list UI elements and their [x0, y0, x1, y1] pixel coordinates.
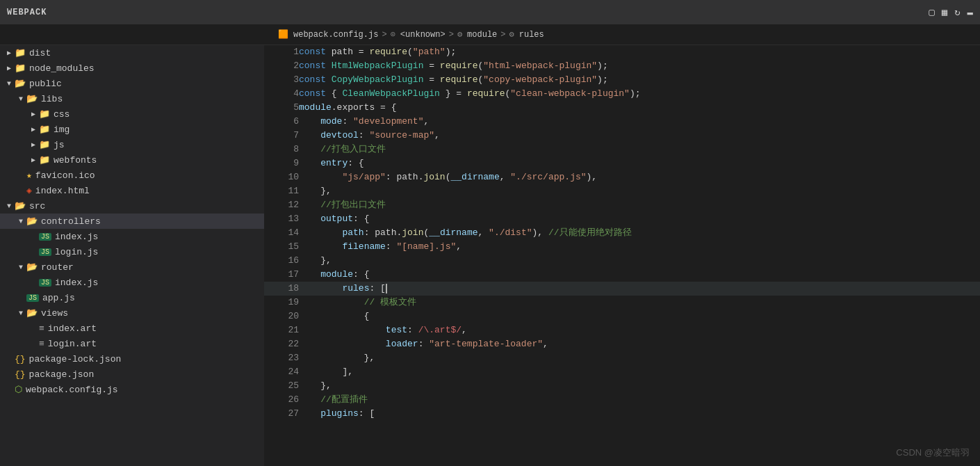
breadcrumb-module[interactable]: module: [467, 30, 497, 40]
line-content-1[interactable]: const path = require("path");: [299, 45, 980, 59]
line-content-6[interactable]: mode: "development",: [299, 115, 980, 129]
sidebar-item-app-js[interactable]: ▶ JS app.js: [0, 290, 264, 305]
sidebar-item-node-modules[interactable]: ▶ 📁 node_modules: [0, 61, 264, 76]
collapse-arrow-css: ▶: [28, 110, 39, 118]
line-content-9[interactable]: entry: {: [299, 156, 980, 170]
line-content-12[interactable]: //打包出口文件: [299, 198, 980, 212]
sidebar-item-js[interactable]: ▶ 📁 js: [0, 137, 264, 152]
js-badge-ctrl-index: JS: [39, 233, 51, 241]
code-editor[interactable]: 1 const path = require("path"); 2 const …: [264, 45, 980, 466]
collapse-all-icon[interactable]: ▬: [967, 7, 973, 18]
line-content-13[interactable]: output: {: [299, 212, 980, 226]
sidebar-item-webfonts[interactable]: ▶ 📁 webfonts: [0, 152, 264, 168]
sidebar-item-index-html[interactable]: ▶ ◈ index.html: [0, 183, 264, 198]
code-line-1: 1 const path = require("path");: [264, 45, 980, 59]
art-icon-login: ≡: [39, 339, 44, 349]
sidebar-label-controllers: controllers: [41, 216, 101, 227]
line-content-25[interactable]: },: [299, 379, 980, 393]
code-line-9: 9 entry: {: [264, 156, 980, 170]
code-line-6: 6 mode: "development",: [264, 115, 980, 129]
code-line-20: 20 {: [264, 310, 980, 323]
sidebar: ▶ 📁 dist ▶ 📁 node_modules ▼ 📂 public ▼ 📂…: [0, 45, 264, 466]
sidebar-item-pkg[interactable]: ▶ {} package.json: [0, 367, 264, 382]
main-layout: ▶ 📁 dist ▶ 📁 node_modules ▼ 📂 public ▼ 📂…: [0, 45, 980, 466]
sidebar-item-img[interactable]: ▶ 📁 img: [0, 122, 264, 137]
sidebar-item-controllers-login[interactable]: ▶ JS login.js: [0, 244, 264, 259]
line-content-27[interactable]: plugins: [: [299, 407, 980, 421]
line-num-14: 14: [264, 226, 299, 240]
code-line-17: 17 module: {: [264, 268, 980, 282]
line-content-8[interactable]: //打包入口文件: [299, 143, 980, 156]
line-num-24: 24: [264, 365, 299, 379]
line-content-15[interactable]: filename: "[name].js",: [299, 240, 980, 254]
spacer-webpack-config: ▶: [3, 385, 15, 394]
js-badge-router-index: JS: [39, 279, 51, 287]
code-line-25: 25 },: [264, 379, 980, 393]
sidebar-item-index-art[interactable]: ▶ ≡ index.art: [0, 321, 264, 336]
line-content-7[interactable]: devtool: "source-map",: [299, 129, 980, 143]
line-content-22[interactable]: loader: "art-template-loader",: [299, 337, 980, 351]
code-line-21: 21 test: /\.art$/,: [264, 323, 980, 337]
sidebar-item-login-art[interactable]: ▶ ≡ login.art: [0, 336, 264, 351]
line-content-24[interactable]: ],: [299, 365, 980, 379]
sidebar-item-css[interactable]: ▶ 📁 css: [0, 106, 264, 122]
sidebar-label-index-art: index.art: [48, 323, 97, 334]
sidebar-label-src: src: [29, 201, 45, 211]
sidebar-item-controllers-index[interactable]: ▶ JS index.js: [0, 229, 264, 244]
line-num-16: 16: [264, 254, 299, 268]
line-content-2[interactable]: const HtmlWebpackPlugin = require("html-…: [299, 59, 980, 73]
sidebar-item-src[interactable]: ▼ 📂 src: [0, 198, 264, 214]
refresh-icon[interactable]: ↻: [954, 6, 960, 18]
breadcrumb-unknown[interactable]: <unknown>: [400, 30, 446, 40]
new-folder-icon[interactable]: ▦: [942, 6, 947, 18]
line-content-11[interactable]: },: [299, 184, 980, 198]
sidebar-item-favicon[interactable]: ▶ ★ favicon.ico: [0, 168, 264, 183]
collapse-arrow-views: ▼: [15, 310, 26, 317]
line-content-23[interactable]: },: [299, 351, 980, 365]
sidebar-label-favicon: favicon.ico: [35, 170, 95, 181]
code-line-16: 16 },: [264, 254, 980, 268]
sidebar-label-ctrl-login: login.js: [55, 247, 98, 257]
sidebar-item-router-index[interactable]: ▶ JS index.js: [0, 275, 264, 290]
line-content-14[interactable]: path: path.join(__dirname, "./dist"), //…: [299, 226, 980, 240]
sidebar-item-public[interactable]: ▼ 📂 public: [0, 76, 264, 91]
line-num-25: 25: [264, 379, 299, 393]
sidebar-item-dist[interactable]: ▶ 📁 dist: [0, 45, 264, 61]
sidebar-item-controllers[interactable]: ▼ 📂 controllers: [0, 214, 264, 229]
line-num-21: 21: [264, 323, 299, 337]
collapse-arrow-libs: ▼: [15, 95, 26, 103]
sidebar-item-webpack-config[interactable]: ▶ ⬡ webpack.config.js: [0, 382, 264, 397]
line-content-5[interactable]: module.exports = {: [299, 101, 980, 115]
collapse-arrow-js: ▶: [28, 140, 39, 149]
sidebar-item-router[interactable]: ▼ 📂 router: [0, 259, 264, 275]
sidebar-title: WEBPACK: [7, 8, 47, 17]
line-content-4[interactable]: const { CleanWebpackPlugin } = require("…: [299, 87, 980, 101]
new-file-icon[interactable]: ▢: [929, 6, 934, 18]
line-num-27: 27: [264, 407, 299, 421]
breadcrumb-file[interactable]: webpack.config.js: [293, 30, 378, 40]
line-content-3[interactable]: const CopyWebpackPlugin = require("copy-…: [299, 73, 980, 87]
line-content-19[interactable]: // 模板文件: [299, 296, 980, 310]
spacer-app-js: ▶: [15, 294, 26, 302]
line-content-26[interactable]: //配置插件: [299, 393, 980, 407]
js-badge-ctrl-login: JS: [39, 248, 51, 256]
line-num-19: 19: [264, 296, 299, 310]
line-content-20[interactable]: {: [299, 310, 980, 323]
sidebar-item-pkg-lock[interactable]: ▶ {} package-lock.json: [0, 351, 264, 367]
line-num-8: 8: [264, 143, 299, 156]
code-line-18: 18 rules: [: [264, 282, 980, 296]
folder-icon-public: 📂: [15, 78, 26, 89]
sidebar-label-libs: libs: [41, 94, 63, 104]
spacer-pkg-lock: ▶: [3, 355, 15, 363]
line-content-21[interactable]: test: /\.art$/,: [299, 323, 980, 337]
line-content-16[interactable]: },: [299, 254, 980, 268]
sidebar-item-views[interactable]: ▼ 📂 views: [0, 305, 264, 321]
breadcrumb-rules[interactable]: rules: [519, 30, 544, 40]
line-content-17[interactable]: module: {: [299, 268, 980, 282]
code-line-24: 24 ],: [264, 365, 980, 379]
sidebar-item-libs[interactable]: ▼ 📂 libs: [0, 91, 264, 106]
favicon-icon: ★: [26, 170, 32, 181]
line-content-10[interactable]: "js/app": path.join(__dirname, "./src/ap…: [299, 170, 980, 184]
line-content-18[interactable]: rules: [: [299, 282, 980, 296]
code-line-5: 5 module.exports = {: [264, 101, 980, 115]
